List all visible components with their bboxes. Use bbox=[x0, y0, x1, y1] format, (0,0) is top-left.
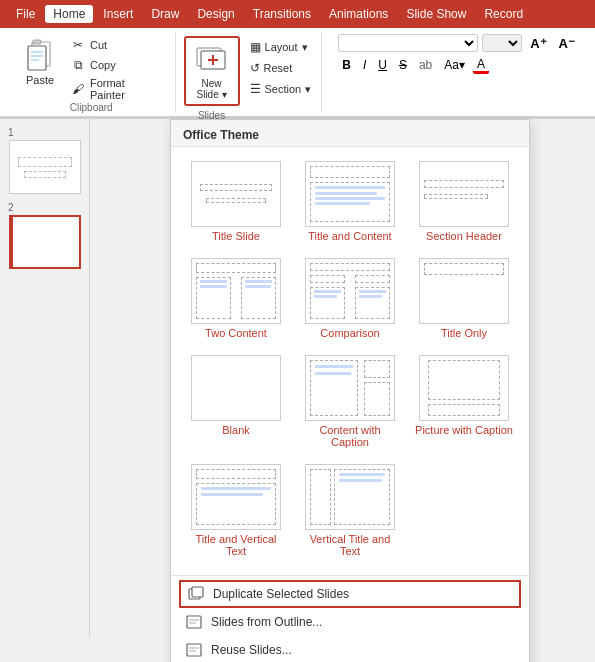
menu-draw[interactable]: Draw bbox=[143, 5, 187, 23]
menu-home[interactable]: Home bbox=[45, 5, 93, 23]
slide-label-title-slide: Title Slide bbox=[212, 230, 260, 242]
slides-from-outline-item[interactable]: Slides from Outline... bbox=[171, 608, 529, 636]
main-area: 1 2 Office Theme Title Slide bbox=[0, 119, 595, 637]
slide-thumb-title-slide bbox=[191, 161, 281, 227]
slide-option-title-content[interactable]: Title and Content bbox=[297, 157, 403, 246]
section-label: Section bbox=[265, 83, 302, 95]
slides-group: NewSlide ▾ Slides ▦ Layout ▾ ↺ Reset ☰ S… bbox=[176, 32, 323, 112]
reuse-label: Reuse Slides... bbox=[211, 643, 292, 657]
new-slide-label: NewSlide ▾ bbox=[197, 78, 227, 100]
slide-thumb-two-content bbox=[191, 258, 281, 324]
font-size-select[interactable] bbox=[482, 34, 522, 52]
reset-icon: ↺ bbox=[250, 61, 260, 75]
format-painter-button[interactable]: 🖌 Format Painter bbox=[66, 76, 167, 102]
slide-option-vertical-title[interactable]: Vertical Title and Text bbox=[297, 460, 403, 561]
section-arrow: ▾ bbox=[305, 83, 311, 96]
slide-option-title-only[interactable]: Title Only bbox=[411, 254, 517, 343]
underline-button[interactable]: U bbox=[374, 57, 391, 73]
menu-animations[interactable]: Animations bbox=[321, 5, 396, 23]
slide-option-two-content[interactable]: Two Content bbox=[183, 254, 289, 343]
bold-button[interactable]: B bbox=[338, 57, 355, 73]
menu-record[interactable]: Record bbox=[476, 5, 531, 23]
clipboard-right: ✂ Cut ⧉ Copy 🖌 Format Painter bbox=[66, 34, 167, 102]
slide-label-content-caption: Content with Caption bbox=[301, 424, 399, 448]
slide-option-comparison[interactable]: Comparison bbox=[297, 254, 403, 343]
duplicate-icon bbox=[187, 585, 205, 603]
reset-button[interactable]: ↺ Reset bbox=[244, 59, 318, 77]
slide-thumb-2[interactable] bbox=[9, 215, 81, 269]
svg-rect-11 bbox=[192, 587, 203, 597]
layout-button[interactable]: ▦ Layout ▾ bbox=[244, 38, 318, 56]
font-shrink-button[interactable]: A⁻ bbox=[555, 35, 579, 52]
font-case-button[interactable]: Aa▾ bbox=[440, 57, 469, 73]
layout-arrow: ▾ bbox=[302, 41, 308, 54]
slides-right-buttons: ▦ Layout ▾ ↺ Reset ☰ Section ▾ bbox=[244, 34, 318, 98]
menu-bar: File Home Insert Draw Design Transitions… bbox=[0, 0, 595, 28]
slide-label-picture-caption: Picture with Caption bbox=[415, 424, 513, 436]
menu-file[interactable]: File bbox=[8, 5, 43, 23]
layout-label: Layout bbox=[265, 41, 298, 53]
slide-thumb-section-header bbox=[419, 161, 509, 227]
format-painter-icon: 🖌 bbox=[70, 81, 86, 97]
clipboard-group: Paste ✂ Cut ⧉ Copy 🖌 Format Painter bbox=[8, 32, 176, 112]
slide-thumb-vertical-title bbox=[305, 464, 395, 530]
font-grow-button[interactable]: A⁺ bbox=[526, 35, 550, 52]
cut-icon: ✂ bbox=[70, 37, 86, 53]
italic-button[interactable]: I bbox=[359, 57, 370, 73]
ribbon-content: Paste ✂ Cut ⧉ Copy 🖌 Format Painter bbox=[0, 28, 595, 118]
layout-icon: ▦ bbox=[250, 40, 261, 54]
reuse-slides-item[interactable]: Reuse Slides... bbox=[171, 636, 529, 662]
new-slide-button[interactable]: NewSlide ▾ bbox=[184, 36, 240, 106]
clipboard-group-content: Paste ✂ Cut ⧉ Copy 🖌 Format Painter bbox=[16, 34, 167, 102]
slide-label-title-only: Title Only bbox=[441, 327, 487, 339]
menu-slideshow[interactable]: Slide Show bbox=[398, 5, 474, 23]
menu-design[interactable]: Design bbox=[189, 5, 242, 23]
slide-num-1: 1 bbox=[8, 127, 14, 138]
reset-label: Reset bbox=[264, 62, 293, 74]
reuse-icon bbox=[185, 641, 203, 659]
slide-num-2: 2 bbox=[8, 202, 14, 213]
slide-thumb-title-only bbox=[419, 258, 509, 324]
slide-option-picture-caption[interactable]: Picture with Caption bbox=[411, 351, 517, 452]
copy-label: Copy bbox=[90, 59, 116, 71]
strikethrough-button[interactable]: S bbox=[395, 57, 411, 73]
paste-button[interactable]: Paste bbox=[16, 34, 64, 90]
section-button[interactable]: ☰ Section ▾ bbox=[244, 80, 318, 98]
duplicate-slides-item[interactable]: Duplicate Selected Slides bbox=[179, 580, 521, 608]
slide-thumb-content-caption bbox=[305, 355, 395, 421]
menu-transitions[interactable]: Transitions bbox=[245, 5, 319, 23]
svg-rect-12 bbox=[187, 616, 201, 628]
slide-option-blank[interactable]: Blank bbox=[183, 351, 289, 452]
slides-grid: Title Slide Title and Content bbox=[171, 147, 529, 571]
slide-thumbnail-1: 1 bbox=[4, 127, 85, 194]
paste-icon bbox=[22, 38, 58, 74]
slide-label-vertical-title: Vertical Title and Text bbox=[301, 533, 399, 557]
slide-label-section-header: Section Header bbox=[426, 230, 502, 242]
slide-option-content-caption[interactable]: Content with Caption bbox=[297, 351, 403, 452]
menu-insert[interactable]: Insert bbox=[95, 5, 141, 23]
slide-thumb-title-vertical bbox=[191, 464, 281, 530]
shadow-button[interactable]: ab bbox=[415, 57, 436, 73]
copy-button[interactable]: ⧉ Copy bbox=[66, 56, 167, 74]
slide-thumb-1[interactable] bbox=[9, 140, 81, 194]
svg-rect-15 bbox=[187, 644, 201, 656]
font-family-select[interactable] bbox=[338, 34, 478, 52]
copy-icon: ⧉ bbox=[70, 57, 86, 73]
slide-thumb-title-content bbox=[305, 161, 395, 227]
slide-panel: 1 2 bbox=[0, 119, 90, 637]
font-color-button[interactable]: A bbox=[473, 56, 489, 74]
duplicate-label: Duplicate Selected Slides bbox=[213, 587, 349, 601]
slide-option-section-header[interactable]: Section Header bbox=[411, 157, 517, 246]
slide-thumb-blank bbox=[191, 355, 281, 421]
slide-label-two-content: Two Content bbox=[205, 327, 267, 339]
slide-thumb-comparison bbox=[305, 258, 395, 324]
cut-button[interactable]: ✂ Cut bbox=[66, 36, 167, 54]
slide-option-title-slide[interactable]: Title Slide bbox=[183, 157, 289, 246]
slide-label-title-vertical: Title and Vertical Text bbox=[187, 533, 285, 557]
font-group: A⁺ A⁻ B I U S ab Aa▾ A bbox=[330, 32, 587, 76]
outline-icon bbox=[185, 613, 203, 631]
font-row-2: B I U S ab Aa▾ A bbox=[338, 56, 579, 74]
slide-label-title-content: Title and Content bbox=[308, 230, 391, 242]
slide-option-title-vertical[interactable]: Title and Vertical Text bbox=[183, 460, 289, 561]
slide-label-comparison: Comparison bbox=[320, 327, 379, 339]
